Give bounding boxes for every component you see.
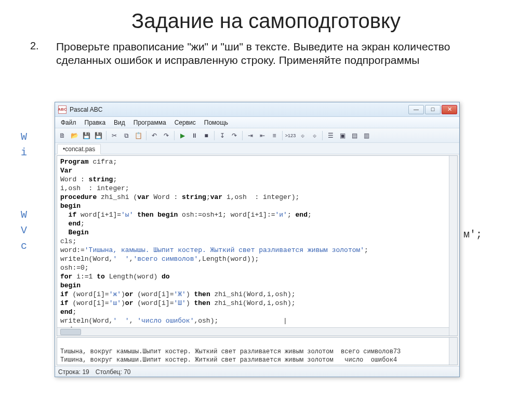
save-icon[interactable]: 💾: [81, 130, 91, 141]
nav-icon[interactable]: ▣: [337, 130, 348, 141]
run-icon[interactable]: ▶: [177, 130, 188, 141]
app-icon: ABC: [58, 105, 66, 114]
v-scrollbar[interactable]: [449, 156, 457, 336]
menu-file[interactable]: Файл: [57, 118, 80, 127]
output-line: Тишина, вокруг камыши.Шипит костер. Житк…: [60, 356, 397, 364]
copy-icon[interactable]: ⧉: [121, 130, 131, 141]
status-line: Строка: 19: [58, 368, 89, 376]
close-button[interactable]: [442, 105, 457, 114]
task-text: Проверьте правописание "жи" и "ши" в тек…: [56, 40, 503, 68]
new-file-icon[interactable]: 🗎: [57, 130, 68, 141]
pascal-window: ABC Pascal ABC Файл Правка Вид Программа…: [55, 102, 460, 377]
format-icon[interactable]: ≡: [269, 130, 280, 141]
cut-icon[interactable]: ✂: [109, 130, 119, 141]
output-panel[interactable]: Тишына, вокруг камышы.Шыпит костер. Жытк…: [57, 337, 458, 365]
tpl-icon[interactable]: >123: [285, 130, 296, 141]
menubar: Файл Правка Вид Программа Сервис Помощь: [55, 117, 459, 128]
scroll-thumb[interactable]: [60, 329, 81, 335]
toolbar-sep: [214, 131, 215, 140]
redo-icon[interactable]: ↷: [161, 130, 171, 141]
pause-icon[interactable]: ⏸: [189, 130, 200, 141]
menu-edit[interactable]: Правка: [81, 118, 110, 127]
statusbar: Строка: 19 Столбец: 70: [55, 366, 459, 377]
task-number: 2.: [30, 40, 45, 68]
paste-icon[interactable]: 📋: [133, 130, 143, 141]
slide-title: Задание на самоподготовку: [16, 9, 516, 33]
toolbar-sep: [146, 131, 147, 140]
menu-service[interactable]: Сервис: [171, 118, 200, 127]
window-title: Pascal ABC: [70, 106, 408, 113]
save-all-icon[interactable]: 💾: [93, 130, 103, 141]
toolbar-sep: [322, 131, 323, 140]
tabbar: •concat.pas: [55, 143, 459, 154]
h-scrollbar[interactable]: [57, 327, 449, 336]
toolbar-sep: [282, 131, 283, 140]
toolbar-sep: [174, 131, 175, 140]
tpl-icon[interactable]: ⟐: [297, 130, 308, 141]
minimize-button[interactable]: [408, 105, 424, 114]
menu-view[interactable]: Вид: [110, 118, 129, 127]
toolbar-sep: [106, 131, 107, 140]
v-scrollbar[interactable]: [449, 338, 457, 365]
code-editor[interactable]: Program cifra; Var Word : string; i,osh …: [57, 155, 458, 336]
background-text: Wi WVc: [21, 131, 27, 256]
tpl-icon[interactable]: ⟐: [309, 130, 320, 141]
indent-icon[interactable]: ⇥: [245, 130, 256, 141]
nav-icon[interactable]: ▥: [361, 130, 371, 141]
step-into-icon[interactable]: ↧: [217, 130, 228, 141]
toolbar-sep: [242, 131, 243, 140]
nav-icon[interactable]: ☰: [325, 130, 336, 141]
toolbar: 🗎 📂 💾 💾 ✂ ⧉ 📋 ↶ ↷ ▶ ⏸ ■ ↧ ↷ ⇥ ⇤ ≡ >123 ⟐…: [55, 128, 459, 143]
outdent-icon[interactable]: ⇤: [257, 130, 268, 141]
nav-icon[interactable]: ▤: [349, 130, 360, 141]
file-tab[interactable]: •concat.pas: [57, 144, 101, 154]
titlebar[interactable]: ABC Pascal ABC: [55, 102, 459, 117]
status-col: Столбец: 70: [96, 368, 131, 376]
maximize-button[interactable]: [425, 105, 441, 114]
stop-icon[interactable]: ■: [201, 130, 211, 141]
menu-help[interactable]: Помощь: [201, 118, 232, 127]
open-file-icon[interactable]: 📂: [69, 130, 79, 141]
menu-program[interactable]: Программа: [130, 118, 170, 127]
output-line: Тишына, вокруг камышы.Шыпит костер. Жытк…: [60, 348, 401, 355]
step-over-icon[interactable]: ↷: [229, 130, 240, 141]
background-suffix: м';: [463, 229, 482, 241]
undo-icon[interactable]: ↶: [149, 130, 159, 141]
